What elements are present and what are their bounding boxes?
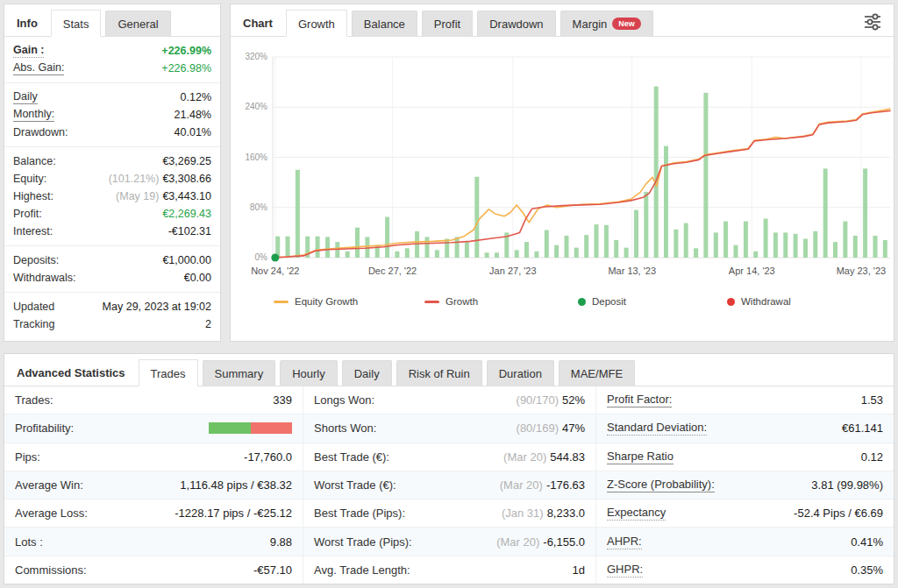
- stat-value: (101.21%)€3,308.66: [109, 173, 211, 185]
- table-cell-best-trade: Best Trade (€):(Mar 20)544.83: [303, 443, 596, 471]
- legend-item-equity-growth[interactable]: Equity Growth: [274, 296, 358, 307]
- growth-bar: [405, 248, 410, 258]
- tab-general[interactable]: General: [105, 11, 170, 36]
- table-cell-longs-won: Longs Won:(90/170)52%: [303, 386, 596, 414]
- table-label[interactable]: Expectancy: [607, 506, 666, 521]
- table-row: Average Loss:-1228.17 pips / -€25.12Best…: [4, 499, 894, 527]
- growth-bar: [883, 240, 887, 258]
- table-label: Best Trade (Pips):: [314, 507, 405, 520]
- growth-bar: [286, 237, 290, 258]
- tab-margin[interactable]: MarginNew: [560, 11, 653, 36]
- table-value-number: 544.83: [550, 450, 585, 464]
- table-value-number: -52.4 Pips / €6.69: [794, 507, 883, 520]
- tab-summary[interactable]: Summary: [203, 360, 276, 386]
- filter-sliders-icon[interactable]: [862, 12, 883, 32]
- legend-item-withdrawal[interactable]: Withdrawal: [727, 296, 791, 307]
- tab-risk-of-ruin[interactable]: Risk of Ruin: [396, 360, 482, 386]
- table-label: Pips:: [15, 450, 40, 464]
- stat-value: 2: [205, 318, 211, 330]
- legend-line-swatch: [274, 301, 289, 303]
- tab-growth[interactable]: Growth: [286, 10, 347, 37]
- tab-stats[interactable]: Stats: [51, 10, 102, 37]
- table-value: 0.41%: [851, 535, 883, 549]
- stat-row-highest: Highest:(May 19)€3,443.10: [4, 188, 220, 205]
- x-axis-label: Jan 27, '23: [489, 266, 536, 276]
- table-label[interactable]: Profit Factor:: [607, 393, 672, 407]
- tab-profit[interactable]: Profit: [422, 11, 473, 36]
- tab-mae-mfe[interactable]: MAE/MFE: [559, 360, 635, 386]
- tab-advanced-statistics[interactable]: Advanced Statistics: [8, 360, 134, 386]
- table-value-number: -1228.17 pips / -€25.12: [175, 507, 292, 520]
- table-value: (80/169)47%: [517, 422, 585, 435]
- table-value-prefix: (Mar 20): [500, 478, 543, 492]
- growth-bar: [664, 146, 668, 258]
- growth-chart[interactable]: 0%80%160%240%320%Nov 24, '22Dec 27, '22J…: [231, 37, 894, 293]
- table-value-number: 1.53: [861, 393, 883, 407]
- table-value: (Mar 20)-6,155.0: [496, 535, 585, 549]
- table-label[interactable]: Z-Score (Probability):: [607, 478, 715, 492]
- legend-dot-swatch: [727, 298, 735, 306]
- legend-item-deposit[interactable]: Deposit: [578, 296, 626, 307]
- table-label: Longs Won:: [314, 393, 374, 407]
- table-label: Worst Trade (€):: [314, 478, 396, 492]
- table-row: Average Win:1,116.48 pips / €38.32Worst …: [4, 471, 894, 499]
- table-cell-average-win: Average Win:1,116.48 pips / €38.32: [4, 471, 303, 499]
- growth-bar: [863, 168, 867, 258]
- stat-row-monthly: Monthly:21.48%: [4, 106, 220, 124]
- growth-bar: [515, 250, 519, 258]
- growth-bar: [604, 225, 609, 258]
- profitability-bar: [209, 422, 292, 434]
- table-label[interactable]: GHPR:: [607, 563, 643, 577]
- growth-bar: [873, 236, 878, 258]
- table-label[interactable]: Standard Deviation:: [607, 421, 707, 436]
- growth-bar: [714, 232, 718, 258]
- growth-bar: [853, 236, 858, 258]
- growth-bar: [365, 237, 369, 258]
- tab-info[interactable]: Info: [8, 11, 46, 36]
- table-cell-avg-trade-length: Avg. Trade Length:1d: [303, 556, 596, 584]
- stat-label[interactable]: Abs. Gain:: [13, 61, 64, 75]
- tab-hourly[interactable]: Hourly: [280, 360, 338, 386]
- tab-duration[interactable]: Duration: [487, 360, 554, 386]
- x-axis-label: Apr 14, '23: [729, 266, 775, 276]
- stat-label[interactable]: Gain :: [13, 44, 44, 58]
- growth-bar: [684, 223, 688, 258]
- legend-label: Growth: [445, 296, 478, 307]
- tab-trades[interactable]: Trades: [139, 359, 198, 386]
- table-row: Lots :9.88Worst Trade (Pips):(Mar 20)-6,…: [4, 527, 894, 555]
- growth-bar: [325, 237, 330, 258]
- stat-row-updated: UpdatedMay 29, 2023 at 19:02: [4, 298, 220, 315]
- table-label[interactable]: AHPR:: [607, 535, 642, 549]
- table-cell-ahpr: AHPR:0.41%: [596, 528, 894, 555]
- growth-bar: [634, 210, 638, 258]
- stat-row-daily: Daily0.12%: [4, 89, 220, 106]
- legend-item-growth[interactable]: Growth: [424, 296, 478, 307]
- table-row: Commissions:-€57.10Avg. Trade Length:1dG…: [4, 556, 894, 584]
- growth-bar: [694, 248, 698, 258]
- stat-value-number: 21.48%: [175, 109, 211, 121]
- stat-label[interactable]: Monthly:: [13, 108, 54, 122]
- y-axis-tick: 0%: [255, 252, 268, 262]
- table-value: 1d: [573, 563, 585, 577]
- growth-bar: [425, 237, 430, 258]
- tab-daily[interactable]: Daily: [342, 360, 392, 386]
- table-label: Best Trade (€):: [314, 450, 389, 464]
- table-value: 1,116.48 pips / €38.32: [180, 478, 292, 492]
- tab-balance[interactable]: Balance: [352, 11, 417, 36]
- stat-value-number: €2,269.43: [162, 208, 211, 220]
- stat-label[interactable]: Daily: [13, 90, 38, 104]
- table-cell-z-score-probability: Z-Score (Probability):3.81 (99.98%): [596, 471, 894, 499]
- table-cell-profit-factor: Profit Factor:1.53: [596, 386, 894, 414]
- tab-chart[interactable]: Chart: [234, 11, 282, 36]
- stat-value-number: €1,000.00: [162, 254, 211, 266]
- table-cell-standard-deviation: Standard Deviation:€61.141: [596, 414, 894, 442]
- table-value-prefix: (Jan 31): [502, 507, 544, 520]
- table-label[interactable]: Sharpe Ratio: [607, 450, 674, 464]
- tab-drawdown[interactable]: Drawdown: [477, 11, 555, 36]
- stat-value: +226.98%: [161, 62, 211, 74]
- growth-bar: [624, 248, 629, 258]
- stat-value-number: €0.00: [184, 272, 211, 284]
- stats-rows: Gain :+226.99%Abs. Gain:+226.98%Daily0.1…: [4, 37, 220, 338]
- table-value-number: -176.63: [546, 478, 585, 492]
- growth-bar: [554, 245, 559, 258]
